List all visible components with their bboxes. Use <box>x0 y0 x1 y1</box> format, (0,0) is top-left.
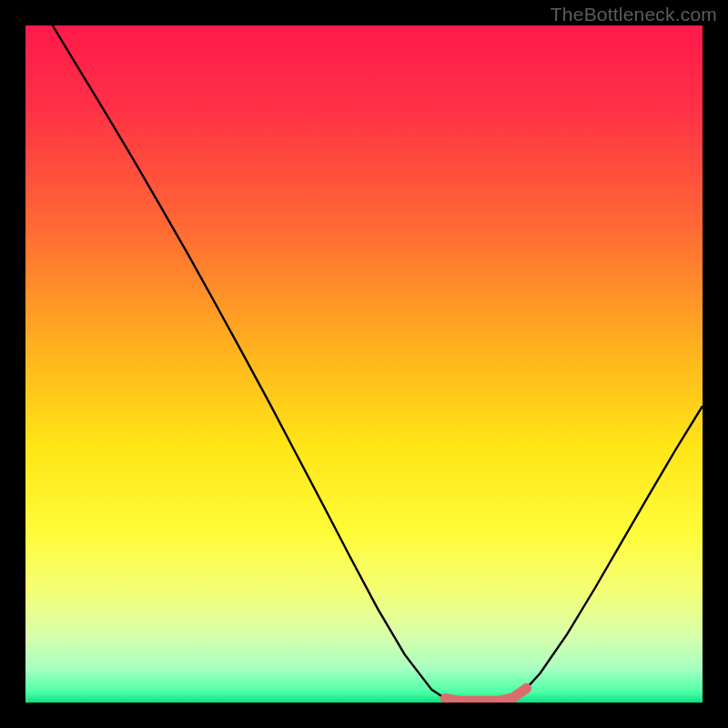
bottleneck-curve-svg <box>25 25 703 703</box>
optimal-zone-highlight <box>445 688 526 701</box>
attribution-text: TheBottleneck.com <box>551 4 717 25</box>
plot-area <box>25 25 703 703</box>
chart-frame: TheBottleneck.com <box>0 0 728 728</box>
bottleneck-curve <box>53 25 703 703</box>
